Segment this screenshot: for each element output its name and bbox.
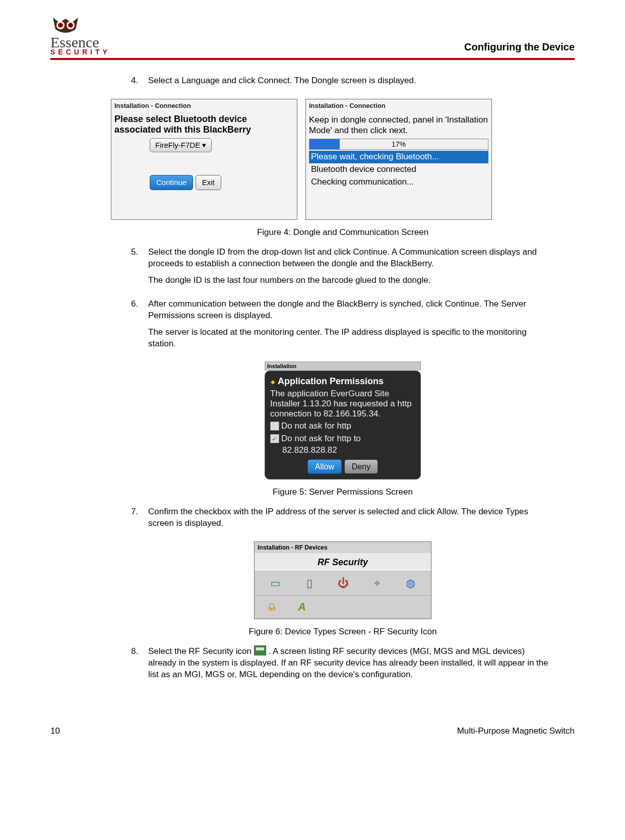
bb-window-title: Installation - Connection — [309, 101, 488, 110]
step-text: The dongle ID is the last four numbers o… — [148, 275, 554, 286]
deny-button[interactable]: Deny — [344, 459, 378, 474]
add-icon[interactable]: A — [298, 599, 306, 615]
perm-body: The application EverGuard Site Installer… — [270, 389, 415, 419]
page-footer: 10 Multi-Purpose Magnetic Switch — [50, 726, 575, 736]
figure-6-caption: Figure 6: Device Types Screen - RF Secur… — [131, 626, 554, 638]
progress-label: 17% — [309, 139, 488, 149]
brand-name: Essence — [50, 35, 99, 49]
page-title: Configuring the Device — [464, 41, 575, 56]
step-text: Select the RF Security icon . A screen l… — [148, 646, 554, 681]
permissions-dialog: ⬥Application Permissions The application… — [265, 371, 421, 479]
brand-subtitle: SECURITY — [50, 48, 110, 56]
rf-security-icon[interactable]: ▭ — [270, 576, 281, 591]
progress-bar: 17% — [309, 139, 488, 150]
step-number: 5. — [131, 247, 148, 291]
continue-button[interactable]: Continue — [150, 175, 193, 190]
page-header: Essence SECURITY Configuring the Device — [50, 15, 575, 60]
camera-icon[interactable]: ⌖ — [374, 576, 380, 591]
figure-5-caption: Figure 5: Server Permissions Screen — [131, 487, 554, 498]
figure-4-caption: Figure 4: Dongle and Communication Scree… — [131, 227, 554, 238]
checkbox-http-ip-label: Do not ask for http to — [281, 433, 361, 445]
step-number: 7. — [131, 506, 148, 534]
svg-point-4 — [59, 24, 61, 26]
figure-6: Installation - RF Devices RF Security ▭ … — [131, 542, 554, 619]
step-number: 8. — [131, 646, 148, 686]
step-number: 6. — [131, 298, 148, 355]
checkbox-http-ip[interactable]: ✓ — [270, 434, 279, 443]
siren-icon[interactable]: 🕭 — [267, 599, 278, 615]
figure-4: Installation - Connection Please select … — [131, 99, 554, 220]
checkbox-http-label: Do not ask for http — [281, 421, 351, 432]
rf-window-title: Installation - RF Devices — [255, 542, 431, 553]
step-number: 4. — [131, 75, 148, 92]
dongle-dropdown[interactable]: FireFly-F7DE ▾ — [150, 138, 212, 152]
step-text: Confirm the checkbox with the IP address… — [148, 506, 554, 529]
perm-title: Application Permissions — [278, 376, 384, 386]
brand-logo: Essence SECURITY — [50, 15, 110, 56]
status-connected: Bluetooth device connected — [309, 163, 488, 176]
figure-5: Installation ⬥Application Permissions Th… — [131, 362, 554, 479]
rf-security-inline-icon — [254, 645, 266, 655]
page-number: 10 — [50, 726, 60, 736]
step-6: 6. After communication between the dongl… — [131, 298, 554, 355]
rf-heading: RF Security — [255, 556, 431, 568]
step-text: Select a Language and click Connect. The… — [148, 75, 554, 87]
step-text: After communication between the dongle a… — [148, 298, 554, 322]
svg-point-5 — [70, 24, 72, 26]
bb-screen-right: Installation - Connection Keep in dongle… — [305, 99, 492, 220]
power-icon[interactable]: ⏻ — [338, 576, 349, 591]
bb-instruction: Keep in dongle connected, panel in 'Inst… — [309, 115, 488, 136]
checkbox-http-ip-value: 82.828.828.82 — [282, 445, 415, 456]
checkbox-http[interactable] — [270, 422, 279, 431]
shield-icon: ⬥ — [270, 376, 276, 386]
step-4: 4. Select a Language and click Connect. … — [131, 75, 554, 92]
perm-window-title: Installation — [265, 362, 421, 371]
status-checking-comm: Checking communication... — [309, 176, 488, 189]
device-icon[interactable]: ▯ — [306, 576, 312, 591]
bb-screen-left: Installation - Connection Please select … — [111, 99, 297, 220]
step-8: 8. Select the RF Security icon . A scree… — [131, 646, 554, 686]
bb-window-title: Installation - Connection — [114, 101, 294, 110]
status-checking-bluetooth: Please wait, checking Bluetooth... — [309, 151, 488, 163]
step-text: The server is located at the monitoring … — [148, 327, 554, 350]
bb-prompt: Please select Bluetooth device associate… — [114, 114, 294, 135]
step-text: Select the dongle ID from the drop-down … — [148, 247, 554, 270]
owl-icon — [50, 15, 81, 35]
step-5: 5. Select the dongle ID from the drop-do… — [131, 247, 554, 291]
exit-button[interactable]: Exit — [196, 175, 221, 190]
doc-title: Multi-Purpose Magnetic Switch — [457, 726, 575, 736]
allow-button[interactable]: Allow — [307, 459, 342, 474]
flood-icon[interactable]: ◍ — [406, 576, 415, 591]
rf-devices-screen: Installation - RF Devices RF Security ▭ … — [254, 542, 431, 619]
step-7: 7. Confirm the checkbox with the IP addr… — [131, 506, 554, 534]
